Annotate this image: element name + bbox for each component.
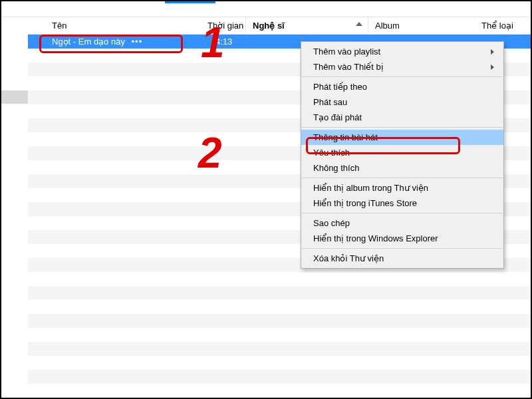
sort-ascending-icon xyxy=(356,22,362,26)
menu-label: Tạo đài phát xyxy=(313,112,362,122)
chevron-right-icon xyxy=(491,49,494,55)
column-header-name[interactable]: Tên xyxy=(28,17,201,35)
menu-add-to-playlist[interactable]: Thêm vào playlist xyxy=(301,44,503,59)
menu-love[interactable]: Yêu thích xyxy=(301,145,503,160)
menu-label: Phát sau xyxy=(313,97,347,107)
track-time-cell: 4:13 xyxy=(201,35,246,49)
column-header-artist-label: Nghệ sĩ xyxy=(253,21,285,31)
menu-separator xyxy=(302,213,503,213)
track-name-cell: Ngọt - Em dạo này ••• xyxy=(28,35,201,49)
track-row[interactable] xyxy=(28,272,531,286)
menu-label: Thông tin bài hát xyxy=(313,132,378,142)
track-row[interactable] xyxy=(28,314,531,328)
menu-label: Xóa khỏi Thư viện xyxy=(313,253,384,263)
menu-delete[interactable]: Xóa khỏi Thư viện xyxy=(301,251,503,266)
track-row[interactable] xyxy=(28,286,531,300)
menu-dislike[interactable]: Không thích xyxy=(301,160,503,176)
menu-label: Yêu thích xyxy=(313,148,350,158)
menu-label: Hiển thị trong iTunes Store xyxy=(313,198,417,208)
menu-separator xyxy=(302,178,503,178)
track-row[interactable] xyxy=(28,328,531,342)
menu-label: Hiển thị album trong Thư viện xyxy=(313,183,428,193)
more-icon[interactable]: ••• xyxy=(132,37,143,47)
track-row[interactable] xyxy=(28,356,531,370)
menu-label: Thêm vào Thiết bị xyxy=(313,62,384,72)
column-header-time[interactable]: Thời gian xyxy=(201,17,246,35)
menu-label: Phát tiếp theo xyxy=(313,82,367,92)
sidebar-selection-marker xyxy=(1,90,28,104)
menu-show-explorer[interactable]: Hiển thị trong Windows Explorer xyxy=(301,231,503,246)
column-header-genre[interactable]: Thể loại xyxy=(475,17,528,35)
chevron-right-icon xyxy=(491,65,494,70)
menu-label: Hiển thị trong Windows Explorer xyxy=(313,233,438,243)
track-name: Ngọt - Em dạo này xyxy=(52,37,125,47)
context-menu: Thêm vào playlist Thêm vào Thiết bị Phát… xyxy=(301,41,504,269)
column-header-album[interactable]: Album xyxy=(368,17,475,35)
menu-play-later[interactable]: Phát sau xyxy=(301,94,503,110)
track-row[interactable] xyxy=(28,370,531,384)
menu-label: Thêm vào playlist xyxy=(313,47,380,57)
menu-label: Sao chép xyxy=(313,218,350,228)
menu-separator xyxy=(302,248,503,249)
active-tab-indicator xyxy=(165,1,215,3)
menu-copy[interactable]: Sao chép xyxy=(301,215,503,231)
menu-separator xyxy=(302,127,503,128)
track-row[interactable] xyxy=(28,300,531,314)
menu-song-info[interactable]: Thông tin bài hát xyxy=(301,130,503,145)
menu-play-next[interactable]: Phát tiếp theo xyxy=(301,79,503,94)
menu-show-album[interactable]: Hiển thị album trong Thư viện xyxy=(301,180,503,196)
top-toolbar xyxy=(1,1,531,17)
column-header-artist[interactable]: Nghệ sĩ xyxy=(246,17,368,35)
track-row[interactable] xyxy=(28,342,531,356)
menu-separator xyxy=(302,76,503,77)
menu-create-station[interactable]: Tạo đài phát xyxy=(301,110,503,125)
menu-add-to-device[interactable]: Thêm vào Thiết bị xyxy=(301,59,503,74)
left-gutter xyxy=(1,17,28,399)
menu-label: Không thích xyxy=(313,163,359,173)
column-header-row: Tên Thời gian Nghệ sĩ Album Thể loại xyxy=(28,17,531,35)
menu-show-store[interactable]: Hiển thị trong iTunes Store xyxy=(301,196,503,211)
